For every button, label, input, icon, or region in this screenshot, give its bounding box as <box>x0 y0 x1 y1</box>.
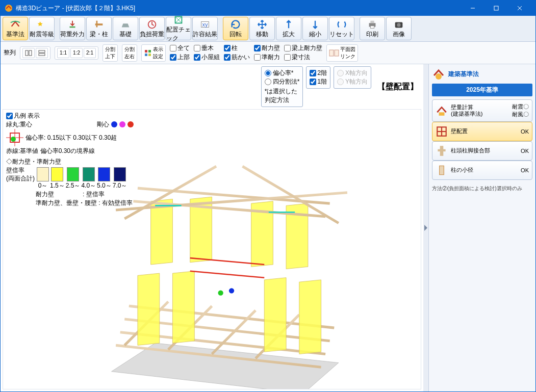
chk-beam-wall[interactable]: 梁上耐力壁 <box>284 44 322 53</box>
app-icon <box>5 4 13 12</box>
svg-text:xy: xy <box>202 21 209 27</box>
chk-all[interactable]: 全て <box>170 44 190 53</box>
kakudai-icon <box>283 19 295 30</box>
align-label: 整列 <box>4 48 16 57</box>
svg-rect-5 <box>70 26 75 28</box>
method-panel: 偏心率* 四分割法* *は選択した 判定方法 <box>261 66 303 107</box>
chk-brace[interactable]: 筋かい <box>224 53 250 62</box>
svg-rect-19 <box>39 50 45 53</box>
svg-rect-13 <box>370 20 374 23</box>
radio-eccentricity[interactable]: 偏心率* <box>265 69 300 77</box>
svg-rect-24 <box>148 54 151 56</box>
kabehaichi-icon <box>436 125 448 138</box>
dot-red <box>127 121 134 127</box>
ratio-buttons: 1:11:22:1 <box>55 46 98 60</box>
display-settings-button[interactable]: 表示 設定 <box>141 44 166 62</box>
toolbar-kaju[interactable]: 荷重外力 <box>60 17 85 40</box>
toolbar-kyoyo[interactable]: xy 許容結果 <box>192 17 218 40</box>
svg-point-63 <box>218 290 223 295</box>
kyoyo-icon: xy <box>199 19 211 30</box>
chk-column[interactable]: 柱 <box>224 44 250 53</box>
legend-panel: 凡例 表示 緑丸:重心剛心 偏心率: 0.15以下 0.30以下 0.30超 赤… <box>6 112 134 207</box>
toolbar-shukusho[interactable]: 縮小 <box>302 17 328 40</box>
minimize-button[interactable] <box>461 1 484 16</box>
svg-point-30 <box>11 137 16 142</box>
chk-bearing-wall[interactable]: 耐力壁 <box>254 44 280 53</box>
dot-magenta <box>119 121 125 127</box>
kaberyo-icon <box>436 104 448 117</box>
ratio-1:2[interactable]: 1:2 <box>70 48 83 58</box>
swatch-5: 7.0～ <box>113 167 127 190</box>
chk-floor2[interactable]: 2階 <box>310 69 327 77</box>
toolbar-ido[interactable]: 移動 <box>249 17 275 40</box>
swatch-0: 0～ <box>37 167 49 190</box>
swatch-1: 1.5～ <box>50 167 65 190</box>
taishin-icon <box>36 19 48 30</box>
chk-semi-bearing[interactable]: 準耐力 <box>254 53 280 62</box>
kaju-icon <box>66 19 79 30</box>
plan-link-button[interactable]: 平面図 リンク <box>326 44 358 62</box>
chk-upper[interactable]: 上部 <box>170 53 190 62</box>
right-panel-title: 建築基準法 <box>432 67 532 81</box>
svg-point-65 <box>436 73 442 80</box>
window-title: 構造3Dビューア - [伏図次郎【２階】3.HK5] <box>16 4 461 13</box>
svg-rect-18 <box>29 50 32 56</box>
right-panel-note: 方法②(負担面積による検討)選択時のみ <box>432 185 532 192</box>
split-tb-button[interactable]: 分割 上下 <box>103 44 118 62</box>
chk-floor1[interactable]: 1階 <box>310 77 327 86</box>
toolbar-futan[interactable]: 負担荷重 <box>139 17 165 40</box>
align-buttons <box>20 46 50 60</box>
radio-y-axis: Y軸方向 <box>337 77 368 86</box>
toolbar-haichi[interactable]: 配置チェック <box>166 17 191 40</box>
split-lr-button[interactable]: 分割 左右 <box>122 44 137 62</box>
align-vertical[interactable] <box>36 48 48 58</box>
ratio-2:1[interactable]: 2:1 <box>84 48 96 58</box>
right-panel: 建築基準法 2025年基準 壁量計算 (建築基準法) 耐震〇 耐風〇 壁配置 O… <box>428 64 535 391</box>
toolbar-hari[interactable]: 梁・柱 <box>86 17 112 40</box>
3d-viewport[interactable]: 凡例 表示 緑丸:重心剛心 偏心率: 0.15以下 0.30以下 0.30超 赤… <box>3 109 421 389</box>
method-note: *は選択した 判定方法 <box>265 87 300 104</box>
house-icon <box>432 67 445 81</box>
ratio-1:1[interactable]: 1:1 <box>57 48 69 58</box>
svg-rect-17 <box>25 50 28 56</box>
futan-icon <box>146 19 158 30</box>
toolbar-taishin[interactable]: 耐震等級 <box>29 17 55 40</box>
right-item-kaberyo[interactable]: 壁量計算 (建築基準法) 耐震〇 耐風〇 <box>432 99 532 122</box>
right-item-chutou[interactable]: 柱頭柱脚接合部 OK <box>432 141 532 161</box>
toolbar-insatsu[interactable]: 印刷 <box>360 17 385 40</box>
right-item-shokei[interactable]: 柱の小径 OK <box>432 161 532 180</box>
chk-legend-show[interactable]: 凡例 表示 <box>6 112 134 120</box>
close-button[interactable] <box>508 1 531 16</box>
svg-rect-25 <box>329 50 334 56</box>
link-icon <box>329 49 339 57</box>
view-title: 【壁配置】 <box>377 82 418 92</box>
toolbar-reset[interactable]: リセット <box>329 17 354 40</box>
legend-centroid-icon <box>6 129 23 146</box>
chk-rafter[interactable]: 垂木 <box>194 44 220 53</box>
right-item-kabehaichi[interactable]: 壁配置 OK <box>432 122 532 141</box>
svg-marker-41 <box>172 271 194 343</box>
insatsu-icon <box>366 19 378 30</box>
svg-marker-42 <box>264 278 286 352</box>
radio-quarter[interactable]: 四分割法* <box>265 77 300 86</box>
dot-blue <box>111 121 117 127</box>
svg-point-16 <box>397 23 400 27</box>
svg-line-59 <box>190 271 265 278</box>
hari-icon <box>93 19 105 30</box>
chk-beam-dim[interactable]: 梁寸法 <box>284 53 322 62</box>
svg-rect-71 <box>438 149 445 151</box>
chk-roof-frame[interactable]: 小屋組 <box>194 53 220 62</box>
align-horizontal[interactable] <box>22 48 35 58</box>
reset-icon <box>336 19 348 30</box>
toolbar-kijunho[interactable]: 基準法 <box>3 17 28 40</box>
toolbar-kiso[interactable]: 基礎 <box>113 17 138 40</box>
toolbar-kaiten[interactable]: 回転 <box>223 17 248 40</box>
ido-icon <box>256 19 268 30</box>
toolbar-gazo[interactable]: 画像 <box>386 17 412 40</box>
shukusho-icon <box>309 19 321 30</box>
splitter[interactable] <box>423 64 428 391</box>
main-toolbar: 基準法 耐震等級 荷重外力 梁・柱 基礎 負担荷重 配置チェック xy 許容結果… <box>1 16 535 42</box>
maximize-button[interactable] <box>484 1 508 16</box>
toolbar-kakudai[interactable]: 拡大 <box>276 17 301 40</box>
kiso-icon <box>119 19 132 30</box>
